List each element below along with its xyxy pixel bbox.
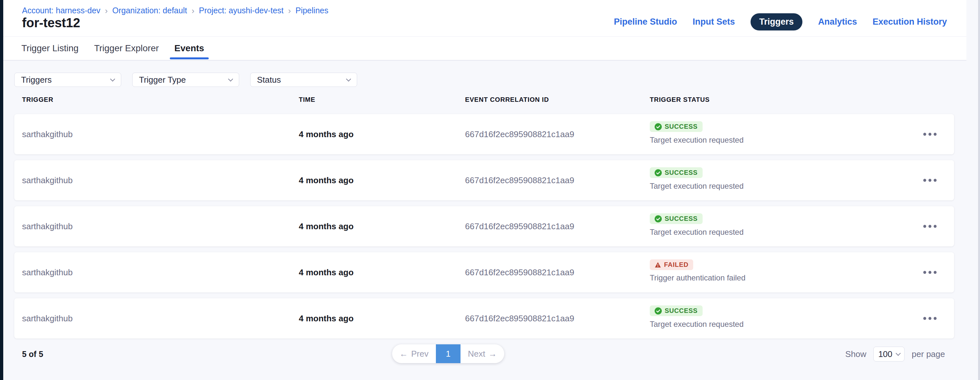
status-detail: Target execution requested	[650, 182, 744, 191]
page-number-button[interactable]: 1	[436, 344, 460, 363]
page-title: for-test12	[22, 16, 80, 30]
prev-page-button[interactable]: ← Prev	[392, 344, 436, 363]
breadcrumb-separator-icon: ›	[288, 6, 291, 15]
tab-bar: Trigger Listing Trigger Explorer Events	[3, 37, 966, 61]
status-badge: SUCCESS	[650, 305, 703, 316]
breadcrumb-organization-link[interactable]: Organization: default	[112, 6, 187, 15]
trigger-name[interactable]: sarthakgithub	[22, 313, 73, 324]
table-row: sarthakgithub 4 months ago 667d16f2ec895…	[14, 114, 954, 154]
status-badge-label: SUCCESS	[665, 307, 698, 315]
trigger-status-cell: FAILED Trigger authentication failed	[650, 259, 745, 283]
triggers-filter-dropdown[interactable]: Triggers	[14, 73, 121, 87]
page-size-value: 100	[878, 349, 892, 359]
trigger-status-cell: SUCCESS Target execution requested	[650, 305, 744, 329]
event-time: 4 months ago	[299, 176, 353, 185]
page-size-dropdown[interactable]: 100	[873, 346, 905, 361]
event-correlation-id: 667d16f2ec895908821c1aa9	[465, 313, 574, 324]
event-rows: sarthakgithub 4 months ago 667d16f2ec895…	[14, 114, 980, 338]
table-row: sarthakgithub 4 months ago 667d16f2ec895…	[14, 298, 954, 338]
check-circle-icon	[655, 307, 662, 315]
trigger-name[interactable]: sarthakgithub	[22, 268, 73, 278]
tab-trigger-listing[interactable]: Trigger Listing	[21, 37, 78, 60]
nav-pipeline-studio[interactable]: Pipeline Studio	[614, 17, 677, 27]
breadcrumb-separator-icon: ›	[105, 6, 108, 15]
event-correlation-id: 667d16f2ec895908821c1aa9	[465, 176, 574, 185]
event-time: 4 months ago	[299, 129, 353, 139]
row-menu-button[interactable]	[920, 268, 940, 277]
nav-input-sets[interactable]: Input Sets	[692, 17, 735, 27]
trigger-status-cell: SUCCESS Target execution requested	[650, 213, 744, 237]
row-menu-button[interactable]	[920, 314, 940, 323]
check-circle-icon	[655, 169, 662, 176]
event-time: 4 months ago	[299, 268, 353, 278]
event-correlation-id: 667d16f2ec895908821c1aa9	[465, 268, 574, 278]
filter-bar: Triggers Trigger Type Status	[14, 73, 980, 87]
pagination-bar: 5 of 5 ← Prev 1 Next → Show 100 per page	[14, 344, 954, 364]
event-correlation-id: 667d16f2ec895908821c1aa9	[465, 129, 574, 139]
status-badge: SUCCESS	[650, 213, 703, 224]
column-header-event-correlation-id: EVENT CORRELATION ID	[465, 96, 549, 104]
arrow-left-icon: ←	[399, 349, 408, 359]
status-badge-label: FAILED	[664, 261, 688, 268]
breadcrumb-account-link[interactable]: Account: harness-dev	[22, 6, 100, 15]
status-badge: SUCCESS	[650, 167, 703, 178]
trigger-name[interactable]: sarthakgithub	[22, 176, 73, 185]
row-menu-button[interactable]	[920, 176, 940, 185]
trigger-name[interactable]: sarthakgithub	[22, 222, 73, 232]
status-badge-label: SUCCESS	[665, 169, 698, 176]
trigger-name[interactable]: sarthakgithub	[22, 129, 73, 139]
status-filter-dropdown[interactable]: Status	[250, 73, 357, 87]
scrollbar[interactable]	[978, 0, 980, 380]
breadcrumb-separator-icon: ›	[191, 6, 194, 15]
trigger-status-cell: SUCCESS Target execution requested	[650, 121, 744, 145]
check-circle-icon	[655, 123, 662, 130]
results-count: 5 of 5	[22, 350, 43, 359]
status-detail: Target execution requested	[650, 228, 744, 237]
per-page-label: per page	[912, 349, 945, 359]
arrow-right-icon: →	[488, 349, 497, 359]
nav-analytics[interactable]: Analytics	[818, 17, 857, 27]
status-badge: SUCCESS	[650, 121, 703, 132]
row-menu-button[interactable]	[920, 222, 940, 231]
triggers-filter-label: Triggers	[21, 75, 51, 85]
table-row: sarthakgithub 4 months ago 667d16f2ec895…	[14, 160, 954, 200]
chevron-down-icon	[110, 76, 115, 81]
warning-triangle-icon	[655, 262, 661, 268]
row-menu-button[interactable]	[920, 130, 940, 139]
status-badge: FAILED	[650, 259, 693, 270]
event-time: 4 months ago	[299, 313, 353, 324]
event-correlation-id: 667d16f2ec895908821c1aa9	[465, 222, 574, 232]
tab-events[interactable]: Events	[174, 37, 204, 60]
status-detail: Target execution requested	[650, 136, 744, 145]
next-label: Next	[468, 349, 485, 359]
status-detail: Target execution requested	[650, 320, 744, 329]
breadcrumb: Account: harness-dev › Organization: def…	[22, 6, 328, 15]
table-row: sarthakgithub 4 months ago 667d16f2ec895…	[14, 206, 954, 246]
pipeline-section-nav: Pipeline Studio Input Sets Triggers Anal…	[614, 0, 947, 37]
status-badge-label: SUCCESS	[665, 123, 698, 130]
breadcrumb-pipelines-link[interactable]: Pipelines	[296, 6, 328, 15]
status-badge-label: SUCCESS	[665, 215, 698, 222]
chevron-down-icon	[228, 76, 233, 81]
check-circle-icon	[655, 215, 662, 222]
tab-trigger-explorer[interactable]: Trigger Explorer	[94, 37, 159, 60]
trigger-type-filter-label: Trigger Type	[139, 75, 186, 85]
page-size-control: Show 100 per page	[845, 346, 945, 361]
chevron-down-icon	[896, 351, 900, 356]
column-header-trigger-status: TRIGGER STATUS	[650, 96, 710, 104]
collapsed-sidebar-edge	[0, 0, 3, 380]
nav-triggers[interactable]: Triggers	[751, 13, 803, 30]
pager: ← Prev 1 Next →	[392, 344, 504, 363]
next-page-button[interactable]: Next →	[460, 344, 504, 363]
trigger-status-cell: SUCCESS Target execution requested	[650, 167, 744, 191]
column-header-trigger: TRIGGER	[22, 96, 54, 104]
column-header-time: TIME	[299, 96, 315, 104]
event-time: 4 months ago	[299, 222, 353, 232]
prev-label: Prev	[411, 349, 428, 359]
trigger-type-filter-dropdown[interactable]: Trigger Type	[132, 73, 239, 87]
show-label: Show	[845, 349, 866, 359]
nav-execution-history[interactable]: Execution History	[872, 17, 947, 27]
breadcrumb-project-link[interactable]: Project: ayushi-dev-test	[199, 6, 283, 15]
page-header: Account: harness-dev › Organization: def…	[3, 0, 966, 37]
table-row: sarthakgithub 4 months ago 667d16f2ec895…	[14, 252, 954, 292]
